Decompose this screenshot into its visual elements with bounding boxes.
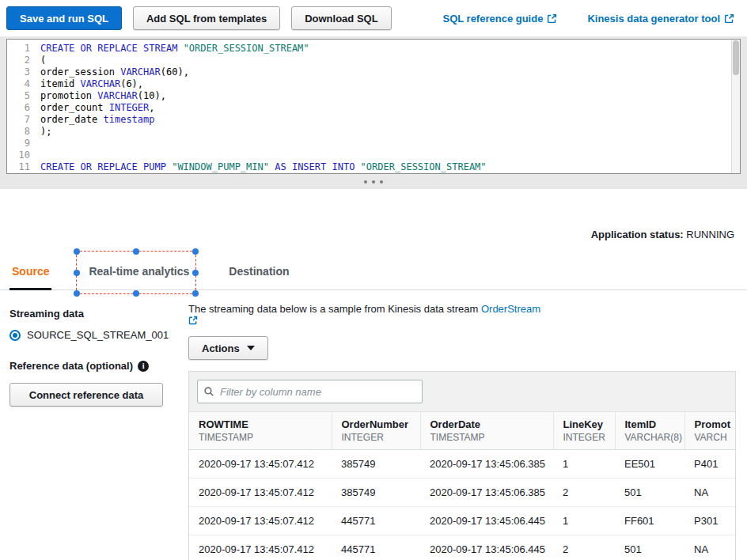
table-cell: 2020-09-17 13:45:06.445: [420, 535, 553, 560]
sql-code-editor[interactable]: 1234567891011 CREATE OR REPLACE STREAM "…: [6, 39, 741, 174]
streaming-data-heading: Streaming data: [9, 308, 188, 320]
table-cell: FF601: [615, 507, 684, 535]
sample-description-text: The streaming data below is a sample fro…: [188, 303, 481, 315]
table-cell: 385749: [332, 479, 420, 507]
stream-radio-option[interactable]: SOURCE_SQL_STREAM_001: [9, 329, 188, 341]
code-line: );: [40, 126, 729, 138]
reference-data-heading: Reference data (optional) i: [9, 360, 188, 372]
sample-description: The streaming data below is a sample fro…: [188, 303, 736, 325]
chevron-down-icon: [247, 346, 255, 350]
actions-label: Actions: [202, 342, 240, 354]
line-number: 4: [7, 78, 30, 90]
connect-reference-data-button[interactable]: Connect reference data: [9, 383, 163, 407]
streaming-sample-panel: The streaming data below is a sample fro…: [188, 301, 736, 560]
line-number: 7: [7, 114, 30, 126]
table-body: 2020-09-17 13:45:07.4123857492020-09-17 …: [189, 450, 736, 560]
kinesis-data-generator-tool-link[interactable]: Kinesis data generator tool: [587, 13, 734, 25]
table-cell: 2: [553, 535, 615, 560]
line-number: 5: [7, 90, 30, 102]
selection-handle: [192, 270, 199, 276]
sample-data-table-card: ROWTIMETIMESTAMPOrderNumberINTEGEROrderD…: [188, 371, 736, 560]
sample-data-table: ROWTIMETIMESTAMPOrderNumberINTEGEROrderD…: [189, 411, 736, 560]
table-cell: 2020-09-17 13:45:06.445: [420, 507, 553, 535]
table-cell: P301: [684, 507, 736, 535]
sql-reference-guide-label: SQL reference guide: [442, 13, 543, 25]
code-area[interactable]: CREATE OR REPLACE STREAM "ORDER_SESSION_…: [36, 40, 740, 173]
application-status: Application status: RUNNING: [0, 229, 747, 240]
code-line: promotion VARCHAR(10),: [40, 90, 729, 102]
sql-reference-guide-link[interactable]: SQL reference guide: [442, 13, 557, 25]
code-line: CREATE OR REPLACE STREAM "ORDER_SESSION_…: [40, 43, 729, 55]
column-header-orderdate[interactable]: OrderDateTIMESTAMP: [420, 412, 553, 450]
external-link-icon[interactable]: [188, 316, 736, 325]
code-line: (: [40, 55, 729, 66]
table-cell: 445771: [332, 535, 420, 560]
order-stream-link[interactable]: OrderStream: [481, 303, 540, 315]
table-cell: NA: [684, 479, 736, 507]
column-header-ordernumber[interactable]: OrderNumberINTEGER: [332, 412, 420, 450]
line-number: 8: [7, 126, 30, 138]
column-header-itemid[interactable]: ItemIDVARCHAR(8): [615, 412, 684, 450]
kinesis-data-generator-label: Kinesis data generator tool: [587, 13, 720, 25]
add-sql-from-templates-button[interactable]: Add SQL from templates: [133, 6, 280, 30]
code-line: order_session VARCHAR(60),: [40, 66, 729, 78]
line-number: 1: [7, 43, 30, 55]
column-header-promot[interactable]: PromotVARCH: [684, 412, 736, 450]
sql-toolbar: Save and run SQL Add SQL from templates …: [0, 0, 747, 36]
table-row: 2020-09-17 13:45:07.4123857492020-09-17 …: [189, 479, 736, 507]
tab-destination[interactable]: Destination: [226, 255, 291, 290]
scrollbar-thumb[interactable]: [733, 40, 739, 75]
selection-handle: [192, 248, 199, 255]
sql-editor-band: 1234567891011 CREATE OR REPLACE STREAM "…: [0, 36, 747, 189]
source-tab-content: Streaming data SOURCE_SQL_STREAM_001 Ref…: [0, 290, 747, 560]
line-number: 11: [7, 161, 30, 173]
code-line: [40, 138, 729, 149]
table-cell: 1: [553, 450, 615, 479]
line-number: 9: [7, 138, 30, 149]
tab-source[interactable]: Source: [9, 255, 51, 290]
toolbar-links: SQL reference guide Kinesis data generat…: [442, 13, 734, 25]
editor-vertical-scrollbar[interactable]: [731, 40, 740, 173]
actions-dropdown-button[interactable]: Actions: [188, 336, 268, 360]
code-line: order_date timestamp: [40, 114, 729, 126]
line-number: 3: [7, 66, 30, 78]
table-cell: P401: [684, 450, 736, 479]
code-line: CREATE OR REPLACE PUMP "WINDOW_PUMP_MIN"…: [40, 161, 729, 173]
table-cell: 2020-09-17 13:45:07.412: [189, 450, 332, 479]
table-row: 2020-09-17 13:45:07.4124457712020-09-17 …: [189, 535, 736, 560]
selection-handle: [74, 248, 80, 255]
selection-handle: [133, 248, 139, 255]
external-link-icon: [724, 13, 734, 24]
table-row: 2020-09-17 13:45:07.4123857492020-09-17 …: [189, 450, 736, 479]
search-icon: [203, 386, 214, 399]
table-cell: 501: [615, 479, 684, 507]
table-cell: 2020-09-17 13:45:06.385: [420, 450, 553, 479]
tab-real-time-analytics[interactable]: Real-time analytics: [86, 255, 191, 290]
save-and-run-sql-button[interactable]: Save and run SQL: [6, 6, 122, 30]
radio-selected-icon[interactable]: [9, 330, 21, 341]
table-row: 2020-09-17 13:45:07.4124457712020-09-17 …: [189, 507, 736, 535]
table-cell: 2020-09-17 13:45:07.412: [189, 479, 332, 507]
line-number: 10: [7, 149, 30, 161]
reference-data-label: Reference data (optional): [9, 360, 133, 372]
table-filter-row: [189, 372, 735, 411]
line-number-gutter: 1234567891011: [7, 40, 36, 173]
table-cell: 2020-09-17 13:45:06.385: [420, 479, 553, 507]
table-cell: 1: [553, 507, 615, 535]
code-line: [40, 149, 729, 161]
column-header-rowtime[interactable]: ROWTIMETIMESTAMP: [189, 412, 332, 450]
tab-bar: Source Real-time analytics Destination: [0, 255, 747, 290]
application-status-label: Application status:: [591, 229, 684, 240]
table-cell: 385749: [332, 450, 420, 479]
editor-resize-handle[interactable]: [6, 174, 741, 189]
column-header-linekey[interactable]: LineKeyINTEGER: [553, 412, 615, 450]
code-line: order_count INTEGER,: [40, 102, 729, 114]
filter-by-column-input[interactable]: [197, 380, 423, 403]
table-cell: NA: [684, 535, 736, 560]
table-cell: EE501: [615, 450, 684, 479]
table-cell: 2020-09-17 13:45:07.412: [189, 507, 332, 535]
line-number: 2: [7, 55, 30, 66]
download-sql-button[interactable]: Download SQL: [291, 6, 391, 30]
info-icon[interactable]: i: [138, 361, 149, 372]
table-cell: 501: [615, 535, 684, 560]
